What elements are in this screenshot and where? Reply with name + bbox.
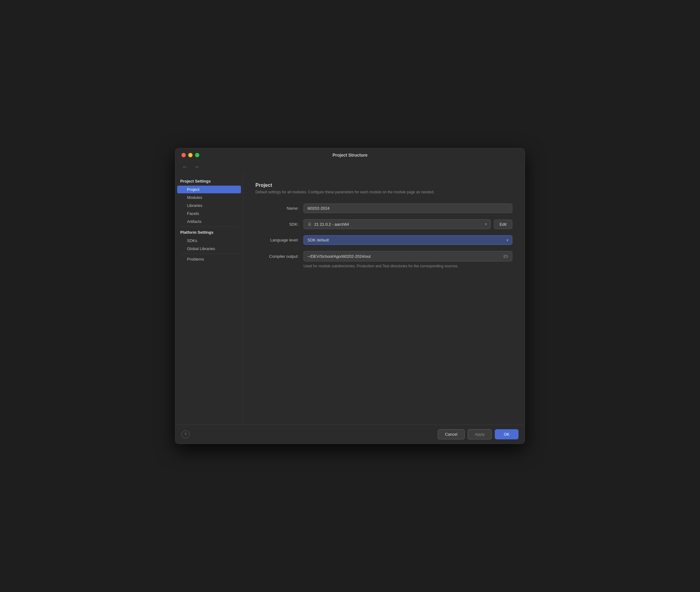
sidebar: Project Settings Project Modules Librari… [175, 173, 243, 425]
name-row: Name: [255, 203, 513, 213]
language-value: SDK default [308, 238, 329, 242]
window-controls [181, 153, 199, 157]
sdk-row: SDK: 🖥 21 21.0.2 - aarch64 ▾ Edit [255, 219, 513, 229]
back-button[interactable]: ← [180, 163, 190, 171]
sidebar-item-facets[interactable]: Facets [177, 210, 241, 217]
content-area: Project Settings Project Modules Librari… [175, 173, 525, 425]
title-bar: Project Structure [175, 148, 525, 162]
sidebar-item-modules[interactable]: Modules [177, 194, 241, 201]
forward-button[interactable]: → [192, 163, 201, 171]
language-row: Language level: SDK default ▾ [255, 235, 513, 245]
close-button[interactable] [181, 153, 186, 157]
sidebar-item-libraries[interactable]: Libraries [177, 202, 241, 209]
sidebar-divider [180, 227, 238, 227]
name-label: Name: [255, 206, 299, 211]
sdk-label: SDK: [255, 222, 299, 227]
ok-button[interactable]: OK [495, 429, 519, 439]
sidebar-item-project[interactable]: Project [177, 186, 241, 193]
dialog-title: Project Structure [332, 153, 368, 157]
section-desc: Default settings for all modules. Config… [255, 190, 513, 194]
sidebar-divider-2 [180, 254, 238, 254]
sdk-control: 🖥 21 21.0.2 - aarch64 ▾ Edit [304, 219, 513, 229]
maximize-button[interactable] [195, 153, 199, 157]
project-structure-dialog: Project Structure ← → Project Settings P… [175, 148, 525, 444]
cancel-button[interactable]: Cancel [438, 429, 464, 439]
name-input[interactable] [304, 203, 513, 213]
sdk-icon: 🖥 [308, 222, 312, 227]
compiler-hint: Used for module subdirectories, Producti… [304, 264, 513, 268]
sdk-dropdown-arrow: ▾ [485, 222, 487, 226]
help-button[interactable]: ? [181, 431, 190, 438]
sidebar-item-problems[interactable]: Problems [177, 255, 241, 263]
sdk-value: 21 21.0.2 - aarch64 [314, 222, 349, 227]
folder-icon: 🗁 [503, 253, 508, 259]
language-label: Language level: [255, 238, 299, 242]
bottom-bar: ? Cancel Apply OK [175, 425, 525, 444]
compiler-row: Compiler output: ~/DEV/School/Ago/iti020… [255, 251, 513, 261]
apply-button[interactable]: Apply [468, 429, 492, 439]
minimize-button[interactable] [188, 153, 193, 157]
project-settings-heading: Project Settings [175, 177, 243, 185]
sidebar-item-sdks[interactable]: SDKs [177, 237, 241, 245]
sidebar-item-artifacts[interactable]: Artifacts [177, 218, 241, 226]
sdk-edit-button[interactable]: Edit [494, 219, 513, 229]
main-content: Project Default settings for all modules… [243, 173, 525, 425]
name-control [304, 203, 513, 213]
compiler-output-field[interactable]: ~/DEV/School/Ago/iti0202-2024/out 🗁 [304, 251, 513, 261]
nav-bar: ← → [175, 162, 525, 173]
compiler-output-value: ~/DEV/School/Ago/iti0202-2024/out [308, 254, 371, 259]
action-buttons: Cancel Apply OK [438, 429, 519, 439]
language-dropdown-arrow: ▾ [506, 238, 508, 242]
compiler-label: Compiler output: [255, 254, 299, 259]
compiler-control: ~/DEV/School/Ago/iti0202-2024/out 🗁 [304, 251, 513, 261]
language-dropdown[interactable]: SDK default ▾ [304, 235, 513, 245]
section-title: Project [255, 183, 513, 188]
sidebar-item-global-libraries[interactable]: Global Libraries [177, 245, 241, 252]
language-control: SDK default ▾ [304, 235, 513, 245]
platform-settings-heading: Platform Settings [175, 228, 243, 237]
sdk-dropdown[interactable]: 🖥 21 21.0.2 - aarch64 ▾ [304, 219, 491, 229]
